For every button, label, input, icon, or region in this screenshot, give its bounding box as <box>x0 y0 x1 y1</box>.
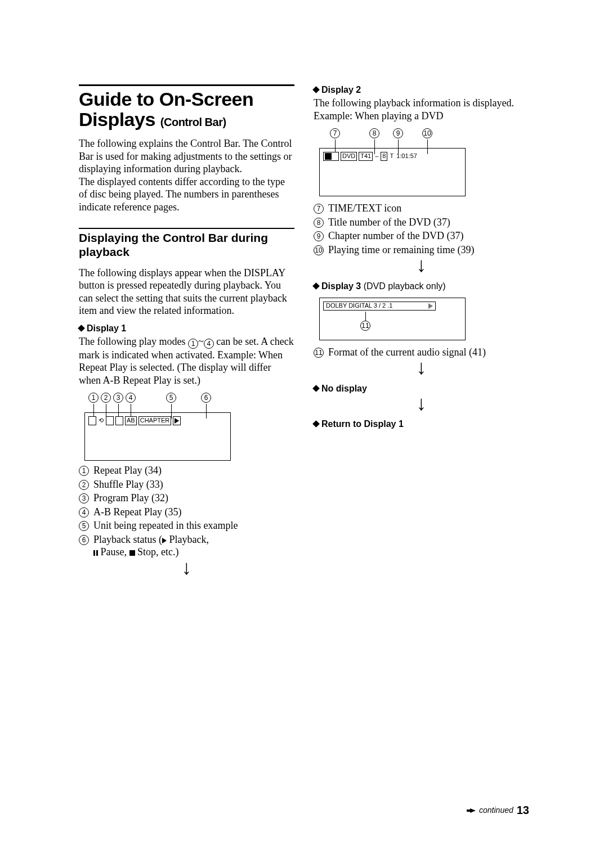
callout-10: 10 <box>422 128 432 138</box>
osd-time-value: 1:01:57 <box>396 152 418 161</box>
osd-dash: – <box>374 152 379 161</box>
callout-1: 1 <box>88 393 99 403</box>
callout-3: 3 <box>113 393 123 403</box>
down-arrow-icon: ↓ <box>417 259 427 272</box>
title-rule <box>79 84 294 86</box>
callout-11: 11 <box>360 321 370 331</box>
display1-heading: Display 1 <box>79 323 294 334</box>
section-para: The following displays appear when the D… <box>79 267 294 317</box>
display3-heading: Display 3 (DVD playback only) <box>314 281 529 292</box>
legend-1: Repeat Play (34) <box>93 464 294 477</box>
display2-legend: 7TIME/TEXT icon 8Title number of the DVD… <box>314 202 529 256</box>
osd-bar-1: ⟲ AB CHAPTER <box>88 416 181 425</box>
diamond-icon <box>78 325 85 332</box>
play-icon <box>175 418 179 424</box>
osd-audio-format: DOLBY DIGITAL 3 / 2 .1 <box>326 302 392 310</box>
callout-6: 6 <box>201 393 211 403</box>
legend-6: Playback status ( Playback, Pause, Stop,… <box>93 533 294 559</box>
pause-icon <box>93 550 98 556</box>
osd-chapter-number: 8 <box>381 152 387 161</box>
display3-diagram: DOLBY DIGITAL 3 / 2 .1 11 <box>319 298 466 340</box>
legend-8: Title number of the DVD (37) <box>328 216 529 229</box>
display2-para1: The following playback information is di… <box>314 97 529 110</box>
title-line-2: Displays <box>79 109 155 130</box>
legend-5: Unit being repeated in this example <box>93 519 294 532</box>
left-column: Guide to On-Screen Displays (Control Bar… <box>79 84 294 578</box>
section-rule <box>79 228 294 229</box>
diamond-icon <box>312 86 320 93</box>
legend-3: Program Play (32) <box>93 492 294 505</box>
circled-4-inline: 4 <box>204 339 214 349</box>
title-line-1: Guide to On-Screen <box>79 88 253 110</box>
time-text-icon <box>325 153 337 160</box>
down-arrow-icon: ↓ <box>182 562 192 574</box>
callout-2: 2 <box>101 393 111 403</box>
osd-title-number: T41 <box>359 152 373 161</box>
diamond-icon <box>312 282 320 290</box>
play-icon <box>162 538 167 543</box>
display1-para: The following play modes 1~4 can be set.… <box>79 335 294 387</box>
callout-8: 8 <box>369 128 379 138</box>
down-arrow-icon: ↓ <box>417 362 427 374</box>
right-column: Display 2 The following playback informa… <box>314 84 529 578</box>
display1-diagram: 1 2 3 4 5 6 ⟲ AB CHAPTER <box>84 412 231 461</box>
display2-heading: Display 2 <box>314 84 529 96</box>
return-heading: Return to Display 1 <box>314 419 529 430</box>
page-number: 13 <box>517 803 529 817</box>
osd-dvd-label: DVD <box>341 152 357 161</box>
manual-page: Guide to On-Screen Displays (Control Bar… <box>0 0 608 868</box>
continued-arrow-icon <box>470 808 476 813</box>
callout-7: 7 <box>330 128 340 138</box>
diamond-icon <box>312 420 320 428</box>
display1-legend: 1Repeat Play (34) 2Shuffle Play (33) 3Pr… <box>79 464 294 559</box>
section-heading: Displaying the Control Bar during playba… <box>79 231 294 258</box>
callout-9: 9 <box>393 128 403 138</box>
osd-chapter-label: CHAPTER <box>138 416 172 425</box>
legend-11: Format of the current audio signal (41) <box>328 346 529 359</box>
intro-para-1: The following explains the Control Bar. … <box>79 137 294 176</box>
legend-7: TIME/TEXT icon <box>328 202 529 215</box>
down-arrow-icon: ↓ <box>417 398 427 410</box>
intro-para-2: The displayed contents differ according … <box>79 176 294 214</box>
callout-4: 4 <box>126 393 136 403</box>
callout-5: 5 <box>166 393 176 403</box>
continued-label: continued <box>479 806 513 816</box>
page-footer: continued 13 <box>470 803 529 817</box>
osd-bar-2: DVD T41 – 8 T 1:01:57 <box>323 152 418 161</box>
display2-diagram: 7 8 9 10 DVD T41 – 8 T 1:01:57 <box>319 148 466 196</box>
stop-icon <box>129 550 135 556</box>
legend-4: A-B Repeat Play (35) <box>93 506 294 519</box>
legend-2: Shuffle Play (33) <box>93 478 294 491</box>
legend-9: Chapter number of the DVD (37) <box>328 230 529 242</box>
circled-1-inline: 1 <box>188 339 198 349</box>
display2-para2: Example: When playing a DVD <box>314 110 529 123</box>
osd-time-prefix: T <box>389 152 394 161</box>
osd-ab-label: AB <box>125 416 137 425</box>
page-title: Guide to On-Screen Displays (Control Bar… <box>79 89 294 129</box>
legend-10: Playing time or remaining time (39) <box>328 244 529 257</box>
title-subtitle: (Control Bar) <box>160 116 226 128</box>
play-icon <box>428 303 433 309</box>
diamond-icon <box>312 385 320 392</box>
osd-bar-3: DOLBY DIGITAL 3 / 2 .1 <box>323 302 436 311</box>
